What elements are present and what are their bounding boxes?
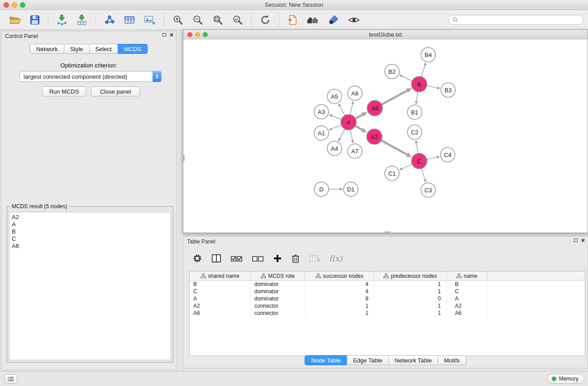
- tab-edge-table[interactable]: Edge Table: [347, 355, 389, 365]
- network-canvas[interactable]: B4B2BB3A5A8A6B1A3AC2A1A2A4A7CC4C1C3DD1: [183, 39, 588, 233]
- graph-node-D1[interactable]: D1: [344, 182, 358, 196]
- import-file-icon[interactable]: [286, 13, 299, 27]
- tab-network[interactable]: Network: [30, 44, 64, 54]
- graph-node-A4[interactable]: A4: [327, 141, 342, 156]
- graph-edge-A-A6[interactable]: [355, 112, 367, 119]
- column-header-successor-nodes[interactable]: successor nodes: [305, 272, 374, 280]
- mcds-result-item[interactable]: A6: [12, 243, 171, 250]
- graph-edge-D-D1[interactable]: [329, 188, 343, 191]
- mcds-result-item[interactable]: A2: [12, 214, 171, 221]
- column-header-mcds-role[interactable]: MCDS role: [251, 272, 305, 280]
- tab-style[interactable]: Style: [64, 44, 90, 54]
- function-builder-icon[interactable]: f(x): [329, 254, 342, 263]
- new-table-icon[interactable]: [122, 13, 137, 27]
- search-input[interactable]: [449, 15, 583, 25]
- column-header-shared-name[interactable]: shared name: [190, 272, 251, 280]
- tab-select[interactable]: Select: [89, 44, 118, 54]
- table-row[interactable]: Bdominator41B: [190, 281, 585, 288]
- graph-edge-A-A5[interactable]: [338, 103, 344, 115]
- close-panel-icon[interactable]: ×: [170, 33, 173, 37]
- graph-node-C1[interactable]: C1: [385, 166, 399, 181]
- close-panel-button[interactable]: Close panel: [91, 86, 140, 96]
- graph-node-A5[interactable]: A5: [327, 89, 342, 104]
- style-brush-icon[interactable]: [326, 13, 341, 27]
- mcds-result-item[interactable]: C: [12, 235, 171, 243]
- graph-edge-B-B1[interactable]: [415, 92, 418, 104]
- graph-node-C2[interactable]: C2: [407, 125, 422, 139]
- graph-edge-C-C3[interactable]: [421, 169, 426, 183]
- delete-icon[interactable]: [290, 253, 301, 264]
- graph-node-B1[interactable]: B1: [407, 105, 422, 119]
- column-header-name[interactable]: name: [447, 272, 488, 280]
- zoom-in-icon[interactable]: [171, 13, 185, 27]
- graph-edge-C-C1[interactable]: [399, 164, 412, 170]
- graph-node-A1[interactable]: A1: [314, 126, 329, 140]
- zoom-out-icon[interactable]: [191, 13, 205, 27]
- graph-node-A2[interactable]: A2: [367, 129, 382, 144]
- open-session-icon[interactable]: [7, 13, 23, 27]
- zoom-fit-icon[interactable]: [210, 13, 225, 27]
- graph-node-A7[interactable]: A7: [348, 144, 362, 158]
- graph-node-B2[interactable]: B2: [385, 64, 399, 79]
- graph-edge-A-A3[interactable]: [329, 114, 341, 119]
- table-row[interactable]: Cdominator41C: [190, 288, 585, 295]
- graph-node-A8[interactable]: A8: [348, 86, 362, 100]
- horizontal-scroll-hint[interactable]: [384, 231, 391, 233]
- graph-edge-A-A2[interactable]: [355, 126, 367, 133]
- run-mcds-button[interactable]: Run MCDS: [42, 86, 86, 96]
- refresh-icon[interactable]: [258, 13, 272, 27]
- network-window-titlebar[interactable]: testGlobe.txt: [183, 30, 588, 39]
- import-network-icon[interactable]: [55, 13, 69, 27]
- task-history-icon[interactable]: [5, 374, 17, 384]
- mcds-result-list[interactable]: A2ABCA6: [9, 212, 171, 360]
- graph-node-D[interactable]: D: [314, 182, 329, 196]
- tab-motifs[interactable]: Motifs: [438, 355, 466, 365]
- new-network-icon[interactable]: [102, 13, 117, 27]
- graph-node-A[interactable]: A: [341, 114, 356, 130]
- float-panel-icon[interactable]: [163, 33, 166, 37]
- deselect-all-icon[interactable]: [251, 253, 265, 264]
- graph-edge-A-A8[interactable]: [350, 101, 354, 114]
- table-row[interactable]: A2connector11A2: [190, 302, 585, 310]
- vertical-scroll-hint[interactable]: [183, 155, 185, 161]
- graph-node-A6[interactable]: A6: [367, 100, 382, 116]
- graph-edge-A-A4[interactable]: [338, 129, 345, 141]
- tab-network-table[interactable]: Network Table: [388, 355, 438, 365]
- table-row[interactable]: A6connector11A6: [190, 310, 585, 317]
- save-session-icon[interactable]: [28, 13, 42, 27]
- add-icon[interactable]: [272, 253, 283, 264]
- graph-node-C[interactable]: C: [411, 153, 427, 169]
- graph-node-B[interactable]: B: [411, 76, 427, 92]
- import-table-icon[interactable]: [75, 13, 89, 27]
- graph-edge-A-A7[interactable]: [350, 130, 354, 143]
- graph-edge-C-C2[interactable]: [415, 140, 418, 153]
- table-settings-gear-icon[interactable]: [191, 253, 203, 264]
- mcds-result-item[interactable]: B: [12, 228, 171, 235]
- delete-table-icon[interactable]: [308, 253, 322, 264]
- criterion-dropdown[interactable]: largest connected component (directed): [19, 71, 162, 82]
- graph-node-A3[interactable]: A3: [314, 105, 329, 119]
- graph-edge-B-B2[interactable]: [399, 75, 412, 81]
- home-icon[interactable]: [305, 13, 321, 27]
- mcds-result-item[interactable]: A: [12, 221, 171, 228]
- tab-node-table[interactable]: Node Table: [305, 355, 347, 365]
- graph-edge-A2-C[interactable]: [381, 140, 411, 157]
- tab-mcds[interactable]: MCDS: [118, 44, 148, 54]
- close-table-panel-icon[interactable]: ×: [581, 238, 585, 243]
- graph-node-B4[interactable]: B4: [421, 48, 435, 62]
- table-row[interactable]: Adominator80A: [190, 295, 585, 302]
- export-image-icon[interactable]: [142, 13, 158, 27]
- select-all-icon[interactable]: [229, 253, 244, 264]
- zoom-selected-icon[interactable]: [230, 13, 245, 27]
- graph-node-B3[interactable]: B3: [441, 83, 455, 97]
- graph-node-C4[interactable]: C4: [440, 148, 455, 162]
- graph-edge-A6-B[interactable]: [382, 88, 411, 105]
- show-graphics-details-icon[interactable]: [346, 13, 362, 27]
- float-table-panel-icon[interactable]: [574, 238, 578, 242]
- graph-edge-C-C4[interactable]: [427, 156, 440, 159]
- graph-node-C3[interactable]: C3: [421, 183, 435, 197]
- graph-edge-B-B4[interactable]: [421, 62, 426, 77]
- graph-edge-B-B3[interactable]: [427, 86, 440, 89]
- memory-button[interactable]: Memory: [547, 374, 584, 384]
- graph-edge-A-A1[interactable]: [329, 125, 341, 130]
